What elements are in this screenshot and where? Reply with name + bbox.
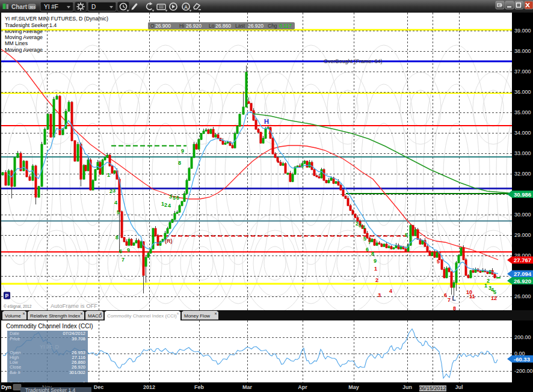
svg-text:A: A [184,4,188,10]
svg-text:38.000: 38.000 [514,48,531,54]
svg-text:3: 3 [359,222,362,228]
svg-text:4: 4 [114,200,117,206]
svg-text:4: 4 [168,203,171,209]
svg-text:26.920: 26.920 [186,23,202,29]
svg-text:2: 2 [164,202,167,208]
svg-text:3: 3 [169,194,172,200]
svg-text:×: × [100,311,102,316]
svg-text:Dyn: Dyn [1,384,11,390]
svg-text:3: 3 [378,292,381,298]
svg-text:P: P [5,293,9,299]
svg-text:33.000: 33.000 [514,150,531,156]
svg-text:Price: Price [10,336,20,341]
svg-text:301: 301 [29,5,36,9]
svg-text:© eSignal, 2012: © eSignal, 2012 [4,304,32,309]
svg-text:AutoFrame is OFF: AutoFrame is OFF [51,302,97,309]
svg-text:1: 1 [484,283,487,289]
svg-text:Mar: Mar [242,384,253,390]
svg-text:Relative Strength Index: Relative Strength Index [30,313,80,319]
svg-text:×: × [177,311,179,316]
svg-text:301/302: 301/302 [69,370,85,375]
svg-text:5: 5 [437,259,440,265]
svg-text:(R): (R) [165,238,173,244]
svg-text:MM Lines: MM Lines [5,40,28,46]
svg-text:29.000: 29.000 [514,232,531,238]
svg-text:Tradesight Seeker 1.4: Tradesight Seeker 1.4 [25,387,76,392]
svg-text:34.000: 34.000 [514,130,531,136]
svg-text:26.920: 26.920 [248,23,263,29]
svg-text:7: 7 [448,297,451,303]
svg-text:0.117: 0.117 [279,23,292,29]
svg-text:27.094: 27.094 [514,271,532,277]
svg-text:Money Flow: Money Flow [184,313,210,319]
svg-text:4: 4 [389,288,392,294]
svg-text:Bar #: Bar # [10,370,21,375]
svg-text:Chg: Chg [268,23,277,29]
svg-text:7: 7 [122,257,125,263]
svg-text:26.900: 26.900 [155,23,171,29]
svg-text:YI #F, D: YI #F, D [40,344,60,350]
svg-text:Hi: Hi [179,23,184,29]
svg-text:×: × [81,311,83,316]
svg-text:Jul: Jul [455,384,463,390]
svg-text:26.860: 26.860 [215,23,231,29]
svg-text:YI #F,SILVER MINI FUTURES, D (: YI #F,SILVER MINI FUTURES, D (Dynamic) [5,16,108,22]
svg-text:200.00: 200.00 [514,334,531,340]
svg-text:12: 12 [491,295,497,301]
svg-text:8: 8 [178,160,181,166]
svg-text:5: 5 [173,195,176,201]
svg-text:Lo: Lo [209,23,215,29]
svg-text:Chart: Chart [11,4,28,10]
svg-text:9: 9 [181,148,184,154]
svg-text:32.000: 32.000 [514,171,531,177]
svg-text:Volume: Volume [5,313,21,319]
svg-text:Apr: Apr [298,384,307,390]
svg-text:37.000: 37.000 [514,69,531,75]
svg-text:9: 9 [127,247,130,253]
svg-text:L: L [452,295,456,302]
svg-text:×: × [23,311,25,316]
svg-text:5: 5 [117,209,120,215]
svg-text:Last: Last [235,23,245,29]
svg-text:39.000: 39.000 [514,28,531,34]
svg-text:5: 5 [405,232,408,238]
svg-text:6: 6 [366,247,369,253]
svg-text:1: 1 [374,266,377,272]
svg-text:-60.33: -60.33 [514,356,530,363]
svg-text:5: 5 [363,236,366,242]
svg-text:3: 3 [112,188,116,194]
svg-text:30.000: 30.000 [514,212,531,218]
svg-text:-200.00: -200.00 [514,368,533,374]
svg-text:May: May [348,384,359,390]
svg-text:Moving Average: Moving Average [5,34,43,40]
svg-text:Feb: Feb [194,384,205,390]
svg-text:35.000: 35.000 [514,109,531,115]
svg-text:5: 5 [493,289,496,295]
svg-text:×: × [215,311,217,316]
svg-text:D: D [91,4,96,10]
svg-text:2012: 2012 [143,384,155,390]
svg-text:Tradesight Seeker:1.4: Tradesight Seeker:1.4 [5,22,57,28]
svg-text:26.000: 26.000 [514,293,531,299]
svg-text:OverBought (Frame: 64): OverBought (Frame: 64) [324,58,383,64]
svg-text:06/15/2012: 06/15/2012 [419,385,446,391]
svg-text:4: 4 [362,224,365,230]
svg-text:H: H [264,118,269,125]
svg-text:30.986: 30.986 [514,191,531,198]
svg-text:Commodity Channel Index (CCI): Commodity Channel Index (CCI) [6,323,93,329]
svg-text:11: 11 [469,293,475,299]
svg-text:26.920: 26.920 [514,278,531,284]
svg-text:6: 6 [176,195,179,201]
svg-text:9: 9 [374,258,377,264]
svg-text:7: 7 [368,239,371,245]
svg-text:2: 2 [375,277,378,283]
svg-text:Dec: Dec [94,384,104,390]
svg-text:6: 6 [444,292,447,298]
svg-text:O: O [150,23,155,29]
svg-text:Commodity Channel Index (CCI): Commodity Channel Index (CCI) [107,313,177,319]
svg-text:6: 6 [119,248,122,254]
svg-text:36.000: 36.000 [514,89,531,95]
svg-text:YI #F: YI #F [44,4,58,10]
svg-text:8: 8 [371,251,374,257]
svg-text:27.767: 27.767 [514,257,531,263]
